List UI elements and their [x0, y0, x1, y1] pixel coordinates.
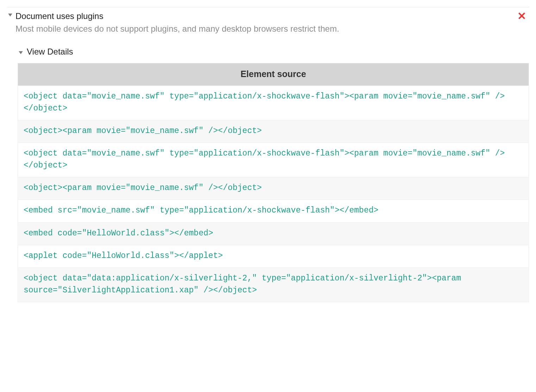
table-row: <object><param movie="movie_name.swf" />…: [18, 120, 529, 143]
details-expand-toggle: [18, 49, 24, 55]
audit-expand-toggle[interactable]: [7, 10, 13, 17]
details-section: View Details Element source <object data…: [18, 47, 529, 302]
svg-marker-0: [8, 14, 12, 17]
table-row: <applet code="HelloWorld.class"></applet…: [18, 245, 529, 268]
table-row: <embed code="HelloWorld.class"></embed>: [18, 223, 529, 245]
status-fail-icon: ✕: [517, 11, 526, 21]
audit-item: Document uses plugins Most mobile device…: [7, 10, 529, 35]
audit-title: Document uses plugins: [15, 10, 529, 22]
chevron-down-icon: [18, 50, 23, 55]
top-divider: [7, 7, 529, 7]
view-details-label: View Details: [27, 47, 73, 57]
details-table: Element source <object data="movie_name.…: [18, 63, 529, 302]
table-row: <object data="movie_name.swf" type="appl…: [18, 86, 529, 120]
table-row: <object data="movie_name.swf" type="appl…: [18, 143, 529, 177]
svg-marker-1: [19, 51, 23, 54]
table-header: Element source: [18, 63, 529, 86]
audit-description: Most mobile devices do not support plugi…: [15, 23, 529, 35]
view-details-toggle[interactable]: View Details: [18, 47, 529, 57]
table-row: <object><param movie="movie_name.swf" />…: [18, 177, 529, 200]
table-row: <object data="data:application/x-silverl…: [18, 268, 529, 302]
table-row: <embed src="movie_name.swf" type="applic…: [18, 200, 529, 222]
chevron-down-icon: [8, 12, 13, 17]
